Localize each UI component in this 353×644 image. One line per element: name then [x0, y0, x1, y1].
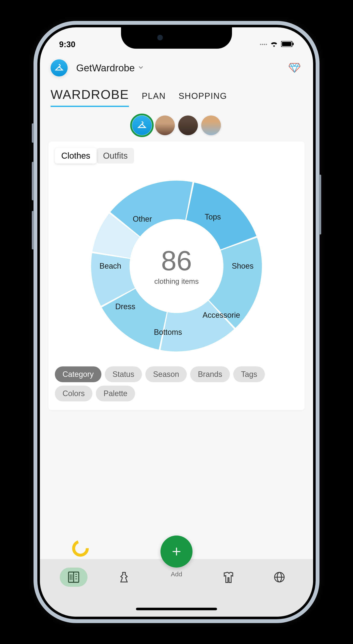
screen: 9:30 GetWardrobe [40, 27, 313, 617]
donut-center: 86 clothing items [154, 247, 199, 286]
app-logo[interactable] [50, 59, 68, 76]
tab-wardrobe[interactable]: WARDROBE [50, 87, 129, 107]
nav-wardrobe[interactable] [60, 568, 87, 587]
segment-label-bottoms: Bottoms [154, 328, 182, 337]
svg-rect-2 [293, 43, 294, 45]
chip-colors[interactable]: Colors [55, 386, 92, 402]
wifi-icon [270, 41, 278, 48]
tab-plan[interactable]: PLAN [142, 91, 166, 106]
chip-tags[interactable]: Tags [233, 366, 265, 382]
app-header: GetWardrobe [40, 53, 313, 81]
subtab-clothes[interactable]: Clothes [55, 148, 97, 164]
chip-brands[interactable]: Brands [190, 366, 230, 382]
segment-label-dress: Dress [115, 302, 135, 311]
chip-season[interactable]: Season [145, 366, 187, 382]
segment-label-other: Other [133, 214, 152, 224]
tab-shopping[interactable]: SHOPPING [179, 91, 227, 106]
segment-label-shoes: Shoes [232, 262, 254, 270]
svg-rect-1 [282, 42, 291, 46]
chip-category[interactable]: Category [55, 366, 101, 382]
battery-icon [281, 41, 294, 48]
profile-main[interactable] [132, 116, 152, 135]
category-donut-chart[interactable]: 86 clothing items TopsShoesAccessorieBot… [85, 174, 268, 358]
clothes-icon [223, 571, 235, 584]
subtab-outfits[interactable]: Outfits [97, 148, 134, 164]
globe-icon [273, 571, 286, 584]
segment-label-beach: Beach [99, 262, 121, 270]
profile-selector [40, 109, 313, 142]
status-time: 9:30 [59, 40, 75, 49]
cellular-icon [260, 44, 267, 45]
profile-user-4[interactable] [201, 116, 221, 135]
chip-palette[interactable]: Palette [96, 386, 135, 402]
chevron-down-icon [138, 64, 144, 72]
volume-up [32, 162, 34, 200]
wardrobe-icon [67, 570, 80, 584]
add-button-label: Add [171, 570, 182, 578]
nav-looks[interactable] [215, 568, 243, 587]
segment-label-accessorie: Accessorie [203, 311, 240, 320]
nav-outfits[interactable] [110, 568, 138, 587]
wardrobe-card: Clothes Outfits 86 clothing items TopsSh… [48, 142, 305, 410]
notch [121, 27, 232, 49]
volume-down [32, 211, 34, 250]
app-title-dropdown[interactable]: GetWardrobe [76, 62, 280, 74]
segment-label-tops: Tops [205, 212, 221, 222]
item-count: 86 [154, 247, 199, 274]
status-icons [260, 41, 294, 48]
dress-icon [118, 571, 130, 584]
donut-segment-tops[interactable] [186, 182, 257, 250]
svg-point-3 [74, 542, 87, 555]
chip-status[interactable]: Status [105, 366, 142, 382]
profile-user-3[interactable] [178, 116, 198, 135]
premium-diamond-icon[interactable] [289, 62, 300, 74]
home-indicator[interactable] [136, 608, 217, 610]
nav-explore[interactable] [266, 568, 293, 587]
mute-switch [32, 124, 34, 143]
hint-icon-peek [72, 540, 89, 557]
app-title: GetWardrobe [76, 62, 135, 74]
main-tabs: WARDROBE PLAN SHOPPING [40, 81, 313, 109]
item-count-label: clothing items [154, 277, 199, 286]
power-button [319, 175, 321, 234]
front-camera [157, 35, 163, 40]
phone-frame: 9:30 GetWardrobe [33, 21, 320, 623]
sub-tabs: Clothes Outfits [55, 148, 134, 164]
filter-chips: CategoryStatusSeasonBrandsTagsColorsPale… [55, 366, 298, 402]
profile-user-2[interactable] [155, 116, 175, 135]
add-button[interactable] [160, 536, 193, 568]
